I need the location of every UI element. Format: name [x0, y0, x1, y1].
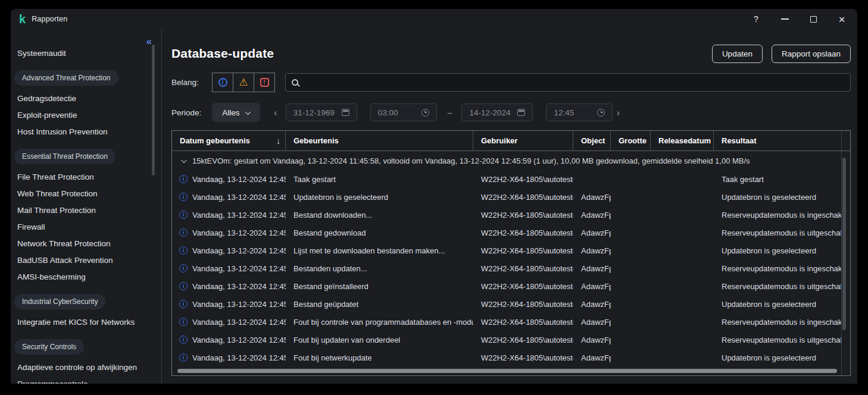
- sidebar-item[interactable]: Adaptieve controle op afwijkingen: [17, 359, 151, 375]
- sidebar-item[interactable]: AMSI-bescherming: [17, 268, 151, 285]
- range-separator: –: [448, 108, 452, 117]
- clock-icon: [421, 109, 429, 117]
- sidebar-scrollbar[interactable]: [152, 45, 155, 175]
- chevron-expanded-icon: [181, 157, 187, 163]
- update-button[interactable]: Updaten: [712, 45, 763, 63]
- sidebar-nav: SysteemauditAdvanced Threat ProtectionGe…: [11, 29, 161, 384]
- horizontal-scrollbar[interactable]: [177, 369, 837, 373]
- table-row[interactable]: i Vandaag, 13-12-2024 12:45:58 Bestand g…: [172, 277, 850, 295]
- table-row[interactable]: i Vandaag, 13-12-2024 12:45:58 Fout bij …: [172, 331, 850, 349]
- event-date: Vandaag, 13-12-2024 12:45:58: [192, 264, 286, 273]
- page-title: Database-update: [171, 46, 274, 61]
- critical-icon: !: [260, 78, 269, 87]
- save-report-button[interactable]: Rapport opslaan: [772, 45, 851, 63]
- event-name: Fout bij netwerkupdate: [286, 353, 473, 362]
- info-icon: i: [179, 246, 188, 255]
- severity-info-button[interactable]: i: [212, 73, 233, 92]
- sidebar-item[interactable]: Web Threat Protection: [17, 185, 151, 202]
- event-result: Updatebron is geselecteerd: [714, 193, 842, 202]
- event-name: Fout bij controle van programmadatabases…: [286, 318, 473, 327]
- column-header-releasedatum[interactable]: Releasedatum: [651, 131, 714, 151]
- maximize-icon: [810, 16, 817, 23]
- sidebar-item[interactable]: Host Intrusion Prevention: [17, 123, 151, 140]
- event-date: Vandaag, 13-12-2024 12:45:58: [192, 336, 286, 344]
- period-dropdown[interactable]: Alles: [212, 103, 260, 122]
- sidebar-item[interactable]: Mail Threat Protection: [17, 202, 151, 218]
- column-header-object[interactable]: Object: [573, 131, 611, 151]
- sidebar-item[interactable]: Exploit-preventie: [17, 106, 151, 123]
- group-summary: 15ktEVOm: gestart om Vandaag, 13-12-2024…: [192, 156, 750, 165]
- scrollbar-gutter-divider: [841, 131, 842, 375]
- app-window: k Rapporten ? × « SysteemauditAdvanced T…: [11, 9, 857, 384]
- group-row[interactable]: 15ktEVOm: gestart om Vandaag, 13-12-2024…: [172, 151, 850, 170]
- minimize-button[interactable]: [775, 11, 794, 27]
- sidebar-item[interactable]: Network Threat Protection: [17, 235, 151, 252]
- severity-warning-button[interactable]: ⚠: [233, 73, 254, 92]
- table-row[interactable]: i Vandaag, 13-12-2024 12:45:58 Bestanden…: [172, 259, 850, 277]
- event-result: Reserveupdatemodus is uitgeschakeld: [714, 336, 842, 344]
- event-date: Vandaag, 13-12-2024 12:45:58: [192, 300, 286, 309]
- event-user: W22H2-X64-1805\autotester: [473, 336, 573, 344]
- table-row[interactable]: i Vandaag, 13-12-2024 12:45:58 Fout bij …: [172, 313, 850, 331]
- event-user: W22H2-X64-1805\autotester: [473, 193, 573, 202]
- column-header-datum[interactable]: Datum gebeurtenis ↓: [172, 131, 286, 151]
- vertical-scrollbar[interactable]: [842, 158, 846, 330]
- date-to-field[interactable]: 14-12-2024: [461, 104, 533, 121]
- event-object: AdawzFpT: [573, 193, 611, 202]
- time-from-field[interactable]: 03:00: [370, 104, 437, 121]
- event-result: Taak gestart: [714, 175, 842, 184]
- help-button[interactable]: ?: [747, 11, 766, 27]
- sidebar-item[interactable]: Firewall: [17, 218, 151, 235]
- event-name: Bestand downloaden...: [286, 211, 473, 220]
- severity-label: Belang:: [171, 78, 212, 87]
- sidebar-item[interactable]: BadUSB Attack Prevention: [17, 252, 151, 268]
- maximize-button[interactable]: [804, 11, 823, 27]
- sidebar-item[interactable]: Integratie met KICS for Networks: [17, 314, 151, 330]
- event-object: AdawzFpT: [573, 211, 611, 220]
- close-button[interactable]: ×: [832, 11, 851, 27]
- event-object: AdawzFpT: [573, 300, 611, 309]
- table-row[interactable]: i Vandaag, 13-12-2024 12:45:58 Taak gest…: [172, 170, 850, 188]
- sidebar-item[interactable]: Gedragsdetectie: [17, 90, 151, 106]
- event-object: AdawzFpT: [573, 228, 611, 237]
- column-header-resultaat[interactable]: Resultaat: [714, 131, 842, 151]
- table-body: i Vandaag, 13-12-2024 12:45:58 Taak gest…: [172, 170, 850, 366]
- event-user: W22H2-X64-1805\autotester: [473, 211, 573, 220]
- table-row[interactable]: i Vandaag, 13-12-2024 12:45:58 Bestand g…: [172, 295, 850, 313]
- event-date: Vandaag, 13-12-2024 12:45:58: [192, 193, 286, 202]
- search-input[interactable]: [304, 78, 844, 87]
- event-object: AdawzFpT: [573, 246, 611, 255]
- column-header-grootte[interactable]: Grootte: [611, 131, 651, 151]
- clock-icon: [597, 109, 605, 117]
- sidebar-collapse-icon[interactable]: «: [146, 36, 152, 46]
- range-next-icon[interactable]: ›: [613, 108, 623, 118]
- sidebar: « SysteemauditAdvanced Threat Protection…: [11, 29, 162, 384]
- column-header-gebruiker[interactable]: Gebruiker: [473, 131, 573, 151]
- date-from-field[interactable]: 31-12-1969: [286, 104, 357, 121]
- range-prev-icon[interactable]: ‹: [270, 108, 281, 118]
- event-object: AdawzFpT: [573, 282, 611, 291]
- sidebar-item[interactable]: File Threat Protection: [17, 168, 151, 185]
- table-header: Datum gebeurtenis ↓ Gebeurtenis Gebruike…: [172, 131, 850, 151]
- event-name: Bestand geïnstalleerd: [286, 282, 473, 291]
- sidebar-item[interactable]: Systeemaudit: [17, 45, 151, 61]
- main-content: Database-update Updaten Rapport opslaan …: [162, 29, 857, 384]
- table-row[interactable]: i Vandaag, 13-12-2024 12:45:58 Bestand d…: [172, 206, 850, 224]
- column-header-gebeurtenis[interactable]: Gebeurtenis: [286, 131, 473, 151]
- minimize-icon: [781, 18, 789, 20]
- event-result: Reserveupdatemodus is ingeschakeld: [714, 318, 842, 327]
- severity-critical-button[interactable]: !: [254, 73, 275, 92]
- search-box: [285, 73, 851, 92]
- event-result: Updatebron is geselecteerd: [714, 353, 842, 362]
- table-row[interactable]: i Vandaag, 13-12-2024 12:45:58 Bestand g…: [172, 224, 850, 242]
- sidebar-item[interactable]: Programmacontrole: [17, 375, 151, 384]
- event-user: W22H2-X64-1805\autotester: [473, 246, 573, 255]
- table-row[interactable]: i Vandaag, 13-12-2024 12:45:58 Lijst met…: [172, 242, 850, 259]
- event-name: Lijst met te downloaden bestanden maken.…: [286, 246, 473, 255]
- table-row[interactable]: i Vandaag, 13-12-2024 12:45:58 Fout bij …: [172, 349, 850, 366]
- time-to-field[interactable]: 12:45: [546, 104, 613, 121]
- event-object: AdawzFpT: [573, 336, 611, 344]
- event-date: Vandaag, 13-12-2024 12:45:58: [192, 246, 286, 255]
- event-object: AdawzFpT: [573, 353, 611, 362]
- table-row[interactable]: i Vandaag, 13-12-2024 12:45:58 Updatebro…: [172, 188, 850, 206]
